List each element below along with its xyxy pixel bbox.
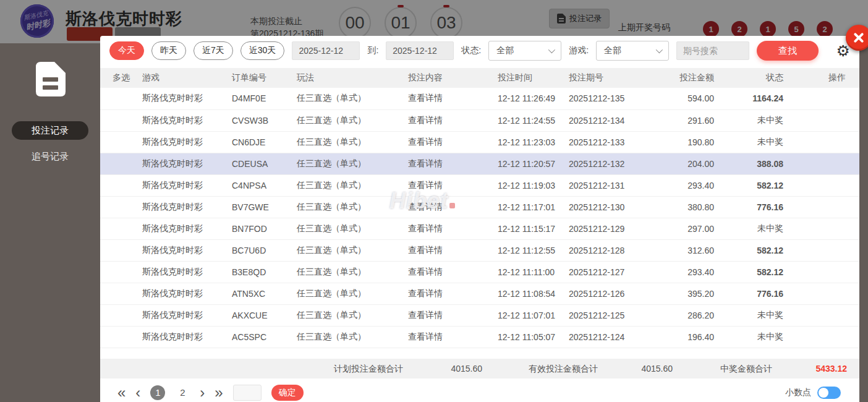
row-order-link[interactable]: BN7FOD (232, 218, 297, 239)
sidebar-item-chase-records[interactable]: 追号记录 (12, 147, 88, 166)
valid-total-label: 有效投注金额合计 (529, 359, 598, 378)
table-row[interactable]: 斯洛伐克时时彩BN7FOD任三直选（单式）查看详情12-12 11:15:172… (100, 218, 859, 239)
row-status: 未中奖 (714, 304, 783, 326)
sidebar-item-bet-records[interactable]: 投注记录 (12, 121, 88, 140)
row-order-link[interactable]: AKXCUE (232, 304, 297, 326)
valid-total-value: 4015.60 (641, 359, 673, 378)
prev-page-icon[interactable]: ‹ (135, 385, 140, 400)
table-row[interactable]: 斯洛伐克时时彩BV7GWE任三直选（单式）查看详情12-12 11:17:012… (100, 196, 859, 218)
quick-filter-近30天[interactable]: 近30天 (240, 41, 285, 60)
quick-filter-昨天[interactable]: 昨天 (151, 41, 186, 60)
row-period: 20251212-127 (569, 261, 649, 283)
row-order-link[interactable]: B3E8QD (232, 261, 297, 283)
table-row[interactable]: 斯洛伐克时时彩CDEUSA任三直选（单式）查看详情12-12 11:20:572… (100, 153, 859, 174)
next-page-icon[interactable]: › (200, 385, 205, 400)
game-select[interactable]: 全部 (596, 41, 669, 61)
search-button[interactable]: 查找 (757, 41, 819, 61)
row-operation (783, 218, 859, 239)
table-row[interactable]: 斯洛伐克时时彩AC5SPC任三直选（单式）查看详情12-12 11:05:072… (100, 326, 859, 348)
date-to-input[interactable] (386, 41, 454, 60)
first-page-icon[interactable]: « (117, 385, 126, 400)
row-checkbox-cell (100, 196, 142, 218)
row-detail-link[interactable]: 查看详情 (408, 283, 498, 304)
decimal-toggle[interactable] (817, 387, 841, 399)
page-number-2[interactable]: 2 (175, 385, 190, 400)
row-amount: 297.00 (649, 218, 714, 239)
row-detail-link[interactable]: 查看详情 (408, 239, 498, 261)
row-operation (783, 109, 859, 131)
row-detail-link[interactable]: 查看详情 (408, 261, 498, 283)
table-row[interactable]: 斯洛伐克时时彩ATN5XC任三直选（单式）查看详情12-12 11:08:542… (100, 283, 859, 304)
row-checkbox-cell (100, 239, 142, 261)
row-detail-link[interactable]: 查看详情 (408, 131, 498, 153)
chevron-down-icon (656, 46, 663, 53)
row-time: 12-12 11:08:54 (498, 283, 569, 304)
row-detail-link[interactable]: 查看详情 (408, 218, 498, 239)
row-order-link[interactable]: D4MF0E (232, 88, 297, 109)
row-order-link[interactable]: AC5SPC (232, 326, 297, 348)
period-search-input[interactable] (676, 41, 749, 60)
row-order-link[interactable]: C4NPSA (232, 174, 297, 196)
last-page-icon[interactable]: » (215, 385, 223, 400)
row-time: 12-12 11:07:01 (498, 304, 569, 326)
table-row[interactable]: 斯洛伐克时时彩CN6DJE任三直选（单式）查看详情12-12 11:23:032… (100, 131, 859, 153)
table-row[interactable]: 斯洛伐克时时彩C4NPSA任三直选（单式）查看详情12-12 11:19:032… (100, 174, 859, 196)
row-amount: 190.80 (649, 131, 714, 153)
page-confirm-button[interactable]: 确定 (271, 385, 304, 401)
row-play: 任三直选（单式） (297, 261, 408, 283)
to-label: 到: (367, 45, 378, 56)
bet-records-modal: 今天昨天近7天近30天 到: 状态: 全部 游戏: 全部 查找 ⚙ 多选游戏订单… (100, 36, 859, 402)
row-detail-link[interactable]: 查看详情 (408, 174, 498, 196)
row-order-link[interactable]: CVSW3B (232, 109, 297, 131)
row-amount: 196.40 (649, 326, 714, 348)
close-button[interactable] (846, 25, 868, 51)
filter-bar: 今天昨天近7天近30天 到: 状态: 全部 游戏: 全部 查找 ⚙ (100, 36, 859, 66)
bet-records-table: 多选游戏订单编号玩法投注内容投注时间投注期号投注金额状态操作 斯洛伐克时时彩D4… (100, 68, 859, 348)
row-checkbox-cell (100, 109, 142, 131)
row-amount: 312.60 (649, 239, 714, 261)
page-number-1[interactable]: 1 (150, 385, 165, 400)
row-detail-link[interactable]: 查看详情 (408, 109, 498, 131)
row-order-link[interactable]: BV7GWE (232, 196, 297, 218)
row-detail-link[interactable]: 查看详情 (408, 326, 498, 348)
table-row[interactable]: 斯洛伐克时时彩D4MF0E任三直选（单式）查看详情12-12 11:26:492… (100, 88, 859, 109)
column-header: 投注内容 (408, 68, 498, 88)
row-operation (783, 196, 859, 218)
row-operation (783, 239, 859, 261)
table-row[interactable]: 斯洛伐克时时彩BC7U6D任三直选（单式）查看详情12-12 11:12:552… (100, 239, 859, 261)
row-detail-link[interactable]: 查看详情 (408, 153, 498, 174)
status-select[interactable]: 全部 (488, 41, 561, 61)
game-select-value: 全部 (604, 45, 621, 56)
row-time: 12-12 11:24:55 (498, 109, 569, 131)
quick-filter-近7天[interactable]: 近7天 (194, 41, 233, 60)
row-detail-link[interactable]: 查看详情 (408, 88, 498, 109)
column-header: 状态 (714, 68, 783, 88)
table-row[interactable]: 斯洛伐克时时彩AKXCUE任三直选（单式）查看详情12-12 11:07:012… (100, 304, 859, 326)
row-detail-link[interactable]: 查看详情 (408, 196, 498, 218)
row-play: 任三直选（单式） (297, 196, 408, 218)
page-jump-input[interactable] (233, 385, 262, 401)
table-row[interactable]: 斯洛伐克时时彩CVSW3B任三直选（单式）查看详情12-12 11:24:552… (100, 109, 859, 131)
row-amount: 291.60 (649, 109, 714, 131)
row-period: 20251212-124 (569, 326, 649, 348)
row-play: 任三直选（单式） (297, 239, 408, 261)
row-status: 1164.24 (714, 88, 783, 109)
row-order-link[interactable]: CDEUSA (232, 153, 297, 174)
row-play: 任三直选（单式） (297, 153, 408, 174)
row-order-link[interactable]: ATN5XC (232, 283, 297, 304)
row-game: 斯洛伐克时时彩 (142, 326, 232, 348)
row-detail-link[interactable]: 查看详情 (408, 304, 498, 326)
row-order-link[interactable]: CN6DJE (232, 131, 297, 153)
row-game: 斯洛伐克时时彩 (142, 196, 232, 218)
row-order-link[interactable]: BC7U6D (232, 239, 297, 261)
date-from-input[interactable] (292, 41, 360, 60)
row-play: 任三直选（单式） (297, 88, 408, 109)
row-status: 582.12 (714, 174, 783, 196)
row-operation (783, 131, 859, 153)
table-row[interactable]: 斯洛伐克时时彩B3E8QD任三直选（单式）查看详情12-12 11:11:002… (100, 261, 859, 283)
row-play: 任三直选（单式） (297, 109, 408, 131)
row-game: 斯洛伐克时时彩 (142, 218, 232, 239)
quick-filter-今天[interactable]: 今天 (109, 41, 144, 60)
page-numbers: 12 (150, 385, 190, 400)
row-amount: 293.40 (649, 174, 714, 196)
